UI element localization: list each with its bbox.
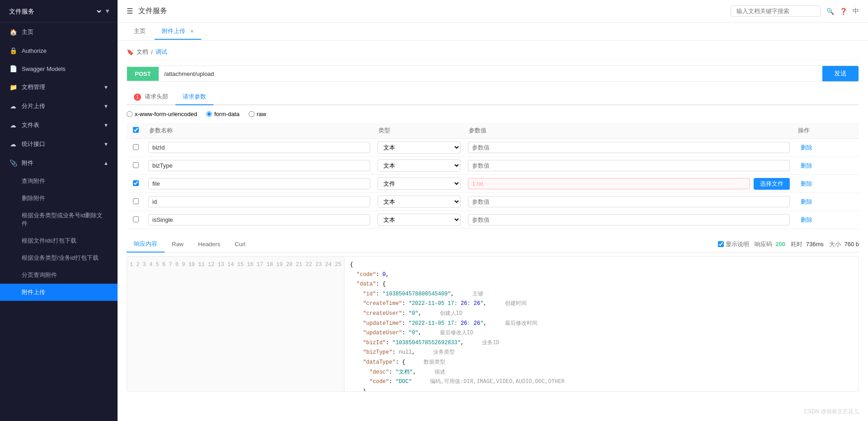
tab-close-icon[interactable]: ✕ [190, 28, 194, 34]
row-checkbox[interactable] [133, 180, 139, 186]
expand-arrow-icon: ▼ [104, 122, 108, 128]
choose-file-button[interactable]: 选择文件 [754, 178, 790, 190]
sidebar-sub-page-query[interactable]: 分页查询附件 [0, 267, 118, 284]
col-action-header: 操作 [793, 123, 859, 139]
sidebar-header[interactable]: 文件服务 ▼ [0, 0, 118, 23]
param-value-input[interactable] [468, 142, 789, 153]
sub-item-label: 查询附件 [22, 177, 45, 185]
select-all-checkbox[interactable] [133, 127, 139, 133]
sidebar-sub-delete-by-biz[interactable]: 根据业务类型或业务号id删除文件 [0, 207, 118, 232]
menu-icon[interactable]: ☰ [127, 7, 133, 15]
req-tab-params[interactable]: 请求参数 [175, 89, 213, 105]
sidebar: 文件服务 ▼ 🏠 主页 🔒 Authorize 📄 Swagger Models… [0, 0, 118, 421]
status-label: 响应码 200 [755, 240, 785, 248]
search-icon[interactable]: 🔍 [826, 8, 834, 15]
stats-icon: ☁ [9, 140, 17, 148]
row-checkbox[interactable] [133, 162, 139, 168]
page-title: 文件服务 [138, 6, 167, 16]
param-type-select[interactable]: 文本文件 [377, 214, 461, 226]
response-code-area[interactable]: 1 2 3 4 5 6 7 8 9 10 11 12 13 14 15 16 1… [127, 256, 859, 392]
send-button[interactable]: 发送 [822, 66, 859, 81]
param-type-select[interactable]: 文本文件 [377, 141, 461, 154]
delete-button[interactable]: 删除 [797, 214, 816, 226]
sidebar-sub-delete-attachment[interactable]: 删除附件 [0, 190, 118, 207]
param-value-input[interactable] [468, 214, 789, 225]
row-checkbox[interactable] [133, 144, 139, 150]
table-row: 文本文件 删除 [127, 139, 859, 157]
sidebar-item-home[interactable]: 🏠 主页 [0, 23, 118, 42]
table-row: 文本文件 删除 [127, 211, 859, 229]
breadcrumb-page: 调试 [156, 48, 167, 56]
sidebar-item-label: 文件表 [22, 121, 39, 129]
response-meta: 显示说明 响应码 200 耗时 736ms 大小 760 b [718, 240, 859, 248]
radio-raw[interactable]: raw [249, 111, 266, 117]
delete-button[interactable]: 删除 [797, 196, 816, 208]
method-badge: POST [127, 67, 159, 81]
file-value-input[interactable] [468, 178, 750, 189]
delete-button[interactable]: 删除 [797, 142, 816, 154]
sidebar-item-chunk-upload[interactable]: ☁ 分片上传 ▼ [0, 97, 118, 116]
resp-tab-content[interactable]: 响应内容 [127, 236, 165, 253]
sub-item-label: 删除附件 [22, 194, 45, 202]
sidebar-item-swagger-models[interactable]: 📄 Swagger Models [0, 60, 118, 78]
tab-upload[interactable]: 附件上传 ✕ [155, 23, 201, 40]
cloud-icon: ☁ [9, 103, 17, 110]
param-value-input[interactable] [468, 196, 789, 207]
content-area: 🔖 文档 / 调试 POST /attachment/upload 发送 1 请… [118, 41, 868, 421]
endpoint-bar: POST /attachment/upload 发送 [127, 65, 859, 82]
param-name-input[interactable] [148, 178, 370, 189]
search-input[interactable] [731, 5, 821, 17]
doc-icon: 📄 [9, 65, 17, 72]
sidebar-sub-query-attachment[interactable]: 查询附件 [0, 173, 118, 190]
help-icon[interactable]: ❓ [840, 8, 847, 15]
radio-formdata[interactable]: form-data [206, 111, 240, 117]
size-label: 大小 760 b [829, 240, 859, 248]
home-icon: 🏠 [9, 28, 17, 36]
sidebar-item-label: 附件 [22, 159, 33, 167]
resp-tab-curl[interactable]: Curl [227, 237, 253, 252]
sidebar-item-label: 文档管理 [22, 83, 45, 91]
param-name-input[interactable] [148, 142, 370, 153]
table-row: 文本文件 删除 [127, 193, 859, 211]
sub-item-label: 根据业务类型或业务号id删除文件 [22, 211, 108, 228]
expand-arrow-icon: ▼ [104, 84, 108, 90]
param-type-select[interactable]: 文本文件 [377, 196, 461, 208]
resp-tab-headers[interactable]: Headers [191, 237, 227, 252]
col-check [127, 123, 145, 139]
params-table: 参数名称 类型 参数值 操作 文本文件 [127, 123, 859, 229]
file-input-row: 选择文件 [468, 178, 789, 190]
sidebar-item-authorize[interactable]: 🔒 Authorize [0, 42, 118, 60]
sidebar-item-stats[interactable]: ☁ 统计接口 ▼ [0, 135, 118, 154]
param-type-select[interactable]: 文本文件 [377, 159, 461, 172]
line-numbers: 1 2 3 4 5 6 7 8 9 10 11 12 13 14 15 16 1… [127, 257, 344, 391]
param-name-input[interactable] [148, 160, 370, 171]
sidebar-item-file-table[interactable]: ☁ 文件表 ▼ [0, 116, 118, 135]
param-value-input[interactable] [468, 160, 789, 171]
sidebar-item-doc-manage[interactable]: 📁 文档管理 ▼ [0, 78, 118, 97]
row-checkbox[interactable] [133, 216, 139, 222]
tab-home[interactable]: 主页 [127, 23, 153, 40]
param-type-select[interactable]: 文本文件 [377, 178, 461, 190]
row-checkbox[interactable] [133, 198, 139, 204]
breadcrumb: 🔖 文档 / 调试 [127, 48, 859, 60]
delete-button[interactable]: 删除 [797, 178, 816, 190]
breadcrumb-prefix: 文档 [137, 48, 148, 56]
sidebar-sub-download-by-biz[interactable]: 根据业务类型/业务id打包下载 [0, 249, 118, 267]
service-dropdown[interactable]: 文件服务 [7, 7, 103, 15]
show-desc-toggle[interactable]: 显示说明 [718, 240, 749, 248]
param-name-input[interactable] [148, 214, 370, 225]
sidebar-item-label: Swagger Models [22, 65, 66, 72]
param-name-input[interactable] [148, 196, 370, 207]
sidebar-sub-download-by-ids[interactable]: 根据文件ids打包下载 [0, 232, 118, 249]
table-row: 文本文件 选择文件 删除 [127, 175, 859, 193]
resp-tab-raw[interactable]: Raw [165, 237, 191, 252]
expand-arrow-icon: ▼ [104, 141, 108, 147]
sidebar-sub-attachment-upload[interactable]: 附件上传 [0, 284, 118, 301]
main-area: ☰ 文件服务 🔍 ❓ 中 主页 附件上传 ✕ 🔖 文档 / 调试 [118, 0, 868, 421]
bookmark-icon: 🔖 [127, 49, 134, 56]
req-tab-headers[interactable]: 1 请求头部 [127, 89, 175, 105]
delete-button[interactable]: 删除 [797, 160, 816, 172]
sidebar-item-attachment[interactable]: 📎 附件 ▲ [0, 154, 118, 173]
language-button[interactable]: 中 [853, 7, 859, 15]
radio-urlencoded[interactable]: x-www-form-urlencoded [127, 111, 197, 117]
